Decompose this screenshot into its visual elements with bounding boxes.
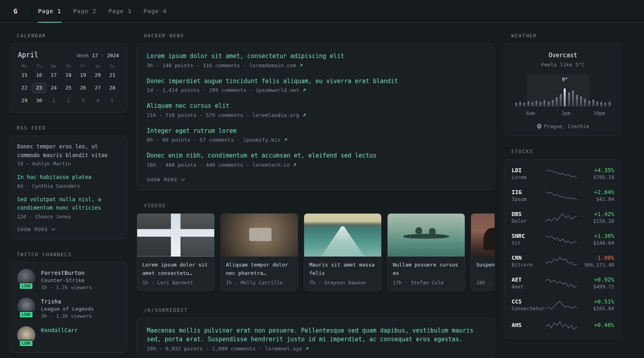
- video-title[interactable]: Aliquam tempor dolor nec pharetra…: [226, 261, 293, 277]
- section-title-hacker-news: HACKER NEWS: [144, 33, 495, 39]
- app-logo[interactable]: G: [10, 0, 25, 22]
- video-title[interactable]: Lorem ipsum dolor sit amet consectetu…: [142, 261, 209, 277]
- weather-bar: [519, 102, 521, 107]
- stock-values: +4.35% $795.18: [578, 167, 614, 180]
- video-card[interactable]: Aliquam tempor dolor nec pharetra… 1h · …: [220, 213, 298, 291]
- stock-id: CCS Consectetur: [512, 298, 545, 311]
- hn-item-meta: 6h · 60 points · 57 comments · ipsumify.…: [147, 137, 485, 143]
- stock-ticker: LDI: [512, 167, 545, 173]
- calendar-day: 4: [90, 95, 105, 106]
- hn-item-title[interactable]: Donec enim nibh, condimentum et accumsan…: [147, 151, 485, 160]
- hn-item-title[interactable]: Aliquam nec cursus elit: [147, 101, 485, 111]
- video-thumbnail: [137, 214, 214, 257]
- twitch-channel[interactable]: LIVE KendallCarr: [17, 326, 120, 344]
- stock-row[interactable]: LDI Lorem +4.35% $795.18: [511, 163, 615, 185]
- day-of-week-label: Mo: [17, 64, 32, 70]
- hn-meta-text: 16h · 468 points · 440 comments · loremt…: [147, 162, 290, 168]
- stock-price: $499.72: [578, 284, 614, 290]
- weather-bar: [564, 88, 566, 107]
- tab-page-3[interactable]: Page 3: [102, 0, 137, 22]
- show-more-button[interactable]: SHOW MORE: [147, 176, 185, 183]
- external-link-icon[interactable]: [293, 163, 297, 167]
- video-card-body: Lorem ipsum dolor sit amet consectetu… 1…: [137, 257, 214, 290]
- stock-price: $66,171.48: [578, 262, 614, 268]
- stock-values: +1.36% $148.64: [578, 233, 614, 246]
- stock-name: Consectetur: [512, 305, 545, 311]
- live-badge: LIVE: [19, 282, 33, 290]
- rss-item: Donec tempor eros leo, ut commodo mauris…: [17, 142, 120, 167]
- weather-bar: [604, 103, 606, 107]
- stock-id: SNRC Sit: [512, 233, 545, 246]
- external-link-icon[interactable]: [302, 113, 306, 117]
- tab-page-4[interactable]: Page 4: [138, 0, 173, 22]
- rss-item-title[interactable]: Donec tempor eros leo, ut commodo mauris…: [17, 142, 120, 160]
- external-link-icon[interactable]: [302, 88, 306, 92]
- hn-item: Integer eget rutrum lorem 6h · 60 points…: [147, 126, 485, 143]
- channel-name[interactable]: Trisha: [41, 298, 94, 305]
- rss-item: In hac habitasse platea 8d · Cynthia Sau…: [17, 173, 120, 189]
- video-title[interactable]: Mauris sit amet massa felis: [309, 261, 376, 277]
- chevron-down-icon: [181, 178, 185, 181]
- dashboard-grid: CALENDAR April Week 17 · 2024 MoTuWeThFr…: [0, 23, 644, 358]
- middle-column: HACKER NEWS Lorem ipsum dolor sit amet, …: [137, 33, 495, 358]
- external-link-icon[interactable]: [283, 138, 288, 142]
- weather-bar: [560, 94, 562, 107]
- show-more-label: SHOW MORE: [17, 227, 48, 232]
- hn-item-title[interactable]: Lorem ipsum dolor sit amet, consectetur …: [147, 52, 485, 61]
- stock-row[interactable]: AET Amet +0.92% $499.72: [511, 272, 615, 294]
- stock-change: +1.42%: [578, 211, 614, 217]
- page-tabs: Page 1 Page 2 Page 3 Page 4: [32, 0, 173, 22]
- weather-location[interactable]: Prague, Czechia: [512, 123, 613, 129]
- hn-item-title[interactable]: Integer eget rutrum lorem: [147, 126, 485, 136]
- hn-item-meta: 16h · 468 points · 440 comments · loremt…: [147, 162, 485, 168]
- weather-bar: [572, 90, 574, 107]
- video-card[interactable]: Lorem ipsum dolor sit amet consectetu… 1…: [137, 213, 215, 291]
- calendar-day: 23: [32, 83, 47, 93]
- stock-row[interactable]: CCS Consectetur +0.51% $165.84: [511, 294, 615, 316]
- tab-page-1[interactable]: Page 1: [32, 0, 67, 22]
- stock-row[interactable]: DBS Dolor +1.42% $156.28: [511, 206, 615, 228]
- stock-row[interactable]: IIG Ipsum +2.84% $42.04: [511, 185, 615, 206]
- tab-page-2[interactable]: Page 2: [67, 0, 102, 22]
- show-more-button[interactable]: SHOW MORE: [17, 226, 56, 232]
- day-of-week-label: Sa: [90, 64, 105, 70]
- hn-item-title[interactable]: Donec imperdiet augue tincidunt felis al…: [147, 77, 485, 86]
- twitch-channel[interactable]: LIVE Trisha League of Legends 3h · 1.2k …: [17, 298, 120, 319]
- twitch-channel[interactable]: LIVE ForrestBurton Counter-Strike 1h · 1…: [17, 269, 120, 290]
- hn-item: Lorem ipsum dolor sit amet, consectetur …: [147, 52, 485, 68]
- weather-bar: [592, 99, 594, 107]
- time-label: 2pm: [562, 111, 570, 116]
- external-link-icon[interactable]: [299, 63, 303, 68]
- stock-row[interactable]: CRN Bitcorn -1.00% $66,171.48: [511, 250, 615, 272]
- avatar: LIVE: [17, 269, 35, 287]
- channel-game: League of Legends: [41, 306, 94, 312]
- stock-row[interactable]: SNRC Sit +1.36% $148.64: [511, 228, 615, 250]
- stock-row[interactable]: AHS +0.46%: [511, 316, 615, 335]
- weather-condition: Overcast: [512, 52, 613, 59]
- reddit-post-title[interactable]: Maecenas mollis pulvinar erat non posuer…: [147, 326, 485, 344]
- calendar-week-info: Week 17 · 2024: [77, 53, 119, 58]
- stock-sparkline: [545, 191, 578, 201]
- video-card[interactable]: Nullam posuere cursus ex 17h · Stefan Co…: [387, 213, 465, 291]
- hn-item-meta: 1d · 1,414 points · 299 comments · ipsum…: [147, 87, 485, 93]
- rss-item-title[interactable]: Sed volutpat nulla nisl, a condimentum n…: [17, 195, 120, 212]
- video-title[interactable]: Nullam posuere cursus ex: [393, 261, 460, 277]
- video-card[interactable]: Suspendisse diam 18h · Tara: [471, 213, 495, 291]
- channel-name[interactable]: KendallCarr: [41, 326, 78, 333]
- stock-values: -1.00% $66,171.48: [578, 255, 614, 268]
- video-card[interactable]: Mauris sit amet massa felis 7h · Grayson…: [304, 213, 382, 291]
- stock-sparkline: [545, 300, 578, 310]
- external-link-icon[interactable]: [305, 346, 309, 351]
- stock-change: +0.46%: [578, 322, 614, 328]
- stock-name: Dolor: [512, 218, 545, 224]
- calendar-day: 29: [17, 95, 32, 106]
- section-title-twitch: TWITCH CHANNELS: [17, 252, 127, 257]
- hn-item: Donec imperdiet augue tincidunt felis al…: [147, 77, 485, 93]
- weather-bar: [543, 100, 545, 107]
- stock-price: $148.64: [578, 240, 614, 246]
- channel-name[interactable]: ForrestBurton: [41, 269, 92, 276]
- rss-item-title[interactable]: In hac habitasse platea: [17, 173, 120, 182]
- show-more-label: SHOW MORE: [147, 177, 178, 183]
- video-title[interactable]: Suspendisse diam: [476, 261, 495, 277]
- weather-bar: [552, 100, 554, 107]
